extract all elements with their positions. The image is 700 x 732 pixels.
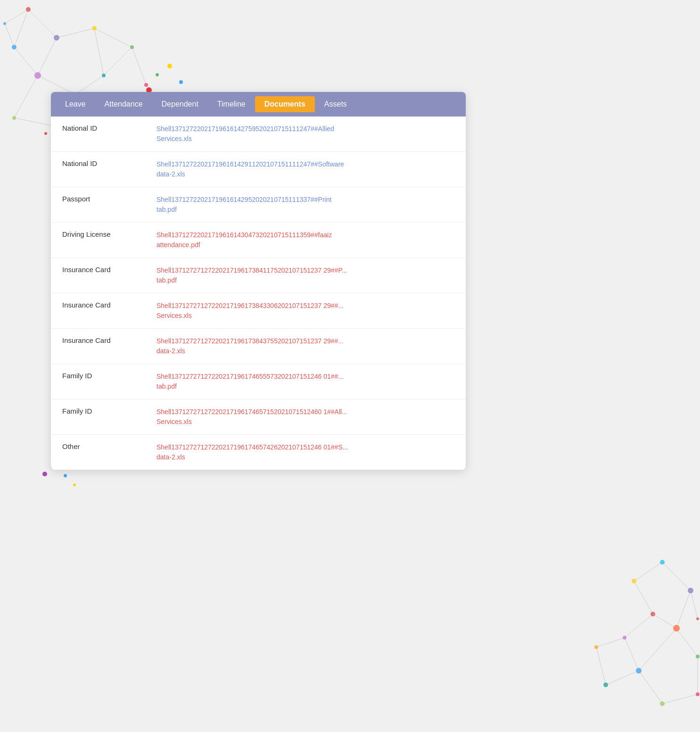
svg-point-47 [696, 655, 700, 658]
doc-filename[interactable]: Shell13712722021719616142952020210715111… [156, 196, 331, 213]
doc-filename[interactable]: Shell13712727127220217196173843755202107… [156, 337, 344, 355]
doc-link-cell[interactable]: Shell13712727127220217196174657426202107… [145, 435, 466, 470]
svg-point-49 [651, 612, 655, 616]
doc-filename[interactable]: Shell13712727127220217196173843306202107… [156, 302, 344, 319]
table-row: National IDShell137127220217196161427595… [51, 116, 466, 152]
table-row: Driving LicenseShell13712722021719616143… [51, 223, 466, 258]
svg-line-34 [625, 614, 653, 638]
doc-type-cell: Driving License [51, 223, 145, 258]
svg-line-14 [5, 9, 28, 24]
doc-link-cell[interactable]: Shell13712722021719616142759520210715111… [145, 116, 466, 152]
doc-link-cell[interactable]: Shell13712722021719616143047320210715111… [145, 223, 466, 258]
svg-line-4 [14, 47, 38, 75]
table-row: National IDShell137127220217196161429112… [51, 152, 466, 187]
doc-type-cell: Passport [51, 187, 145, 223]
svg-line-12 [14, 75, 38, 118]
svg-line-13 [132, 47, 146, 85]
doc-filename[interactable]: Shell13712727127220217196174657426202107… [156, 443, 348, 461]
tab-dependent[interactable]: Dependent [152, 96, 208, 112]
svg-point-56 [696, 617, 699, 620]
svg-line-6 [38, 75, 75, 94]
tab-leave[interactable]: Leave [56, 96, 95, 112]
svg-line-36 [639, 628, 676, 671]
svg-point-48 [632, 579, 636, 583]
svg-line-29 [676, 591, 691, 628]
doc-filename[interactable]: Shell13712722021719616143047320210715111… [156, 231, 332, 249]
svg-point-16 [26, 7, 31, 12]
svg-line-37 [639, 671, 662, 704]
doc-link-cell[interactable]: Shell13712727127220217196173843755202107… [145, 329, 466, 364]
svg-point-44 [660, 560, 665, 565]
doc-filename[interactable]: Shell13712722021719616142911202107151111… [156, 160, 344, 178]
svg-point-46 [673, 625, 680, 632]
svg-line-0 [28, 9, 57, 38]
svg-line-15 [5, 24, 14, 47]
table-row: PassportShell137127220217196161429520202… [51, 187, 466, 223]
doc-filename[interactable]: Shell13712727127220217196173841175202107… [156, 266, 347, 284]
svg-line-38 [662, 694, 698, 704]
svg-line-33 [653, 614, 676, 628]
doc-link-cell[interactable]: Shell13712727127220217196173843306202107… [145, 293, 466, 329]
svg-line-8 [94, 28, 104, 75]
svg-line-32 [634, 581, 653, 614]
doc-type-cell: Insurance Card [51, 293, 145, 329]
svg-line-31 [634, 562, 662, 581]
documents-table: National IDShell137127220217196161427595… [51, 116, 466, 470]
doc-filename[interactable]: Shell13712727127220217196174655573202107… [156, 373, 344, 390]
doc-type-cell: National ID [51, 116, 145, 152]
svg-point-55 [603, 682, 608, 687]
svg-point-54 [594, 645, 598, 649]
svg-point-17 [54, 35, 59, 41]
doc-type-cell: Insurance Card [51, 329, 145, 364]
doc-link-cell[interactable]: Shell13712727127220217196173841175202107… [145, 258, 466, 293]
table-row: Insurance CardShell137127271272202171961… [51, 258, 466, 293]
svg-point-20 [12, 45, 16, 50]
doc-type-cell: National ID [51, 152, 145, 187]
svg-line-28 [662, 562, 691, 591]
svg-line-42 [606, 671, 639, 685]
main-card: Leave Attendance Dependent Timeline Docu… [51, 92, 466, 470]
doc-link-cell[interactable]: Shell13712722021719616142952020210715111… [145, 187, 466, 223]
svg-point-51 [636, 668, 642, 674]
doc-type-cell: Other [51, 435, 145, 470]
table-row: Insurance CardShell137127271272202171961… [51, 293, 466, 329]
svg-line-5 [38, 38, 57, 75]
doc-link-cell[interactable]: Shell13712727127220217196174655573202107… [145, 364, 466, 399]
tab-attendance[interactable]: Attendance [95, 96, 152, 112]
tab-timeline[interactable]: Timeline [208, 96, 255, 112]
doc-type-cell: Family ID [51, 399, 145, 435]
doc-link-cell[interactable]: Shell13712727127220217196174657152021071… [145, 399, 466, 435]
svg-point-25 [12, 116, 16, 120]
svg-line-7 [75, 75, 104, 94]
svg-point-19 [130, 45, 134, 49]
table-row: Family IDShell13712727127220217196174655… [51, 364, 466, 399]
table-row: Insurance CardShell137127271272202171961… [51, 329, 466, 364]
svg-line-30 [676, 628, 698, 657]
tab-assets[interactable]: Assets [315, 96, 356, 112]
svg-line-41 [596, 647, 606, 685]
tab-bar: Leave Attendance Dependent Timeline Docu… [51, 92, 466, 116]
doc-filename[interactable]: Shell13712727127220217196174657152021071… [156, 408, 347, 425]
svg-point-27 [3, 22, 6, 25]
tab-documents[interactable]: Documents [255, 96, 315, 112]
svg-point-21 [34, 72, 41, 79]
svg-point-26 [144, 83, 148, 87]
svg-line-40 [596, 638, 625, 647]
svg-line-43 [691, 591, 698, 619]
svg-point-23 [102, 74, 106, 77]
svg-point-50 [623, 636, 626, 640]
doc-filename[interactable]: Shell13712722021719616142759520210715111… [156, 125, 334, 142]
svg-line-3 [14, 9, 28, 47]
svg-line-9 [104, 47, 132, 75]
doc-type-cell: Family ID [51, 364, 145, 399]
svg-point-45 [688, 588, 693, 593]
svg-point-52 [660, 701, 665, 706]
table-row: OtherShell137127271272202171961746574262… [51, 435, 466, 470]
doc-link-cell[interactable]: Shell13712722021719616142911202107151111… [145, 152, 466, 187]
svg-line-1 [57, 28, 94, 38]
svg-line-35 [625, 638, 639, 671]
table-row: Family IDShell13712727127220217196174657… [51, 399, 466, 435]
svg-point-18 [92, 26, 97, 31]
doc-type-cell: Insurance Card [51, 258, 145, 293]
svg-line-2 [94, 28, 132, 47]
